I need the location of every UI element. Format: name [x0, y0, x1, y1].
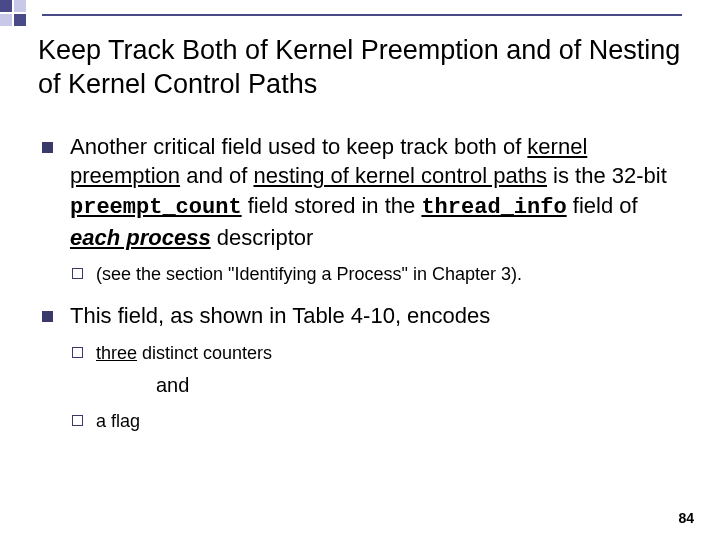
sub-bullet-list: (see the section "Identifying a Process"…: [70, 262, 688, 287]
text: field of: [567, 193, 638, 218]
sub-bullet-item: three distinct counters: [72, 341, 688, 366]
underlined-term: nesting of kernel control paths: [253, 163, 547, 188]
sub-bullet-item: (see the section "Identifying a Process"…: [72, 262, 688, 287]
page-number: 84: [678, 510, 694, 526]
slide-content: Keep Track Both of Kernel Preemption and…: [38, 34, 688, 449]
text: (see the section "Identifying a Process"…: [96, 264, 522, 284]
code-term: preempt_count: [70, 195, 242, 220]
code-term: thread_info: [421, 195, 566, 220]
text: Another critical field used to keep trac…: [70, 134, 527, 159]
text: descriptor: [211, 225, 314, 250]
text: and of: [180, 163, 253, 188]
slide-title: Keep Track Both of Kernel Preemption and…: [38, 34, 688, 102]
sub-bullet-list: a flag: [70, 409, 688, 434]
header-rule: [42, 14, 682, 16]
text: is the 32-bit: [547, 163, 667, 188]
sub-bullet-list: three distinct counters: [70, 341, 688, 366]
bullet-list: Another critical field used to keep trac…: [38, 132, 688, 435]
emphasis-term: each process: [70, 225, 211, 250]
corner-decoration: [0, 0, 40, 40]
bullet-item: This field, as shown in Table 4-10, enco…: [42, 301, 688, 434]
underlined-term: three: [96, 343, 137, 363]
text: a flag: [96, 411, 140, 431]
text: field stored in the: [242, 193, 422, 218]
connector-text: and: [70, 372, 688, 399]
text: distinct counters: [137, 343, 272, 363]
sub-bullet-item: a flag: [72, 409, 688, 434]
bullet-item: Another critical field used to keep trac…: [42, 132, 688, 288]
text: This field, as shown in Table 4-10, enco…: [70, 303, 490, 328]
